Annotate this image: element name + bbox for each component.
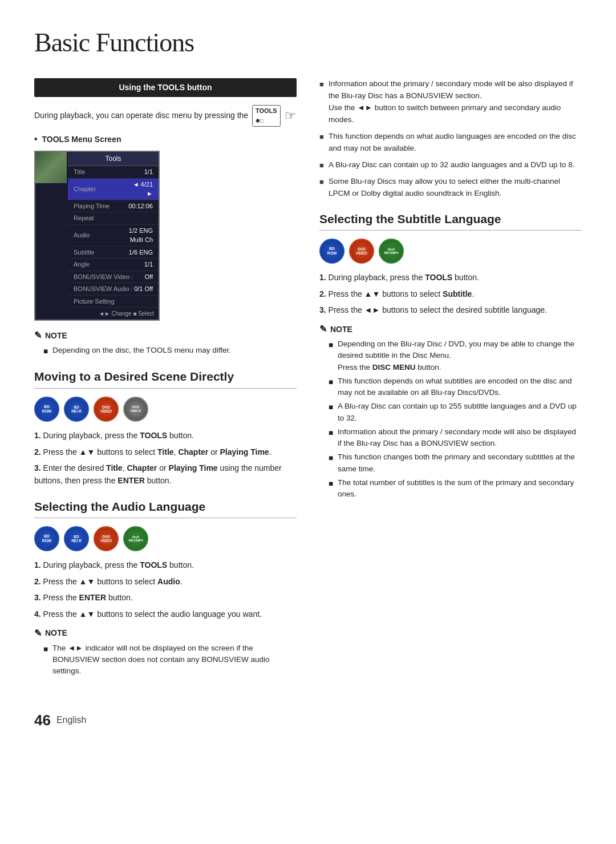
right-bullet-item: ■ A Blu-ray Disc can contain up to 32 au… (319, 159, 582, 171)
section1-steps: 1. During playback, press the TOOLS butt… (34, 430, 297, 487)
disc-badge-bd-rom-3: BDROM (319, 239, 345, 264)
note-item: ■ Depending on the Blu-ray Disc / DVD, y… (329, 338, 582, 373)
table-row: Playing Time 00:12:06 (68, 200, 159, 213)
section1-heading: Moving to a Desired Scene Directly (34, 368, 297, 389)
table-row: Chapter ◄ 4/21 ► (68, 179, 159, 200)
list-item: 2. Press the ▲▼ buttons to select Audio. (34, 576, 297, 588)
table-row: Subtitle 1/6 ENG (68, 247, 159, 259)
note-title-1: ✎ NOTE (34, 329, 297, 342)
note-section-2: ✎ NOTE ■ The ◄► indicator will not be di… (34, 627, 297, 677)
note-item: ■ Information about the primary / second… (329, 426, 582, 450)
section2-steps: 1. During playback, press the TOOLS butt… (34, 559, 297, 621)
tools-menu-title: Tools (68, 152, 159, 166)
right-top-bullets: ■ Information about the primary / second… (319, 78, 582, 200)
tools-menu-screen: Tools Title 1/1 Chapter ◄ 4/21 ► Playing… (34, 151, 160, 321)
list-item: 1. During playback, press the TOOLS butt… (34, 430, 297, 442)
disc-badge-dvd-video-2: DVDVIDEO (94, 526, 119, 551)
disc-badge-divx-3: DivXMKV/MP4 (379, 239, 404, 264)
hand-icon: ☞ (285, 108, 296, 123)
list-item: 3. Press the ENTER button. (34, 592, 297, 604)
right-column: ■ Information about the primary / second… (319, 78, 582, 686)
note-title-3: ✎ NOTE (319, 322, 582, 336)
tools-box-heading: Using the TOOLS button (34, 78, 297, 97)
right-bullet-item: ■ This function depends on what audio la… (319, 131, 582, 155)
tools-intro-text: During playback, you can operate disc me… (34, 111, 248, 120)
list-item: 3. Press the ◄► buttons to select the de… (319, 304, 582, 317)
table-row: Picture Setting (68, 296, 159, 308)
list-item: 2. Press the ▲▼ buttons to select Title,… (34, 446, 297, 459)
page-number: 46 (34, 709, 51, 732)
note-title-2: ✎ NOTE (34, 627, 297, 640)
note-section-3: ✎ NOTE ■ Depending on the Blu-ray Disc /… (319, 322, 582, 500)
list-item: 4. Press the ▲▼ buttons to select the au… (34, 608, 297, 621)
tools-icon-inline: TOOLS✱□ (250, 111, 285, 120)
page-language: English (56, 713, 86, 727)
section3-steps: 1. During playback, press the TOOLS butt… (319, 272, 582, 317)
table-row: Angle 1/1 (68, 259, 159, 271)
table-row: Title 1/1 (68, 166, 159, 179)
section3-heading: Selecting the Subtitle Language (319, 210, 582, 231)
section2-disc-icons: BDROM BDRE/-R DVDVIDEO DivXMKV/MP4 (34, 526, 297, 551)
table-row: Repeat (68, 212, 159, 225)
tools-menu-footer: ◄► Change ■ Select (68, 308, 159, 320)
section2-heading: Selecting the Audio Language (34, 498, 297, 519)
note-item: ■ The total number of subtitles is the s… (329, 477, 582, 500)
table-row: Audio 1/2 ENG Multi Ch (68, 225, 159, 247)
list-item: 1. During playback, press the TOOLS butt… (34, 559, 297, 572)
note-item: ■ A Blu-ray Disc can contain up to 255 s… (329, 401, 582, 424)
note-item: ■ This function depends on what subtitle… (329, 375, 582, 399)
note-icon-1: ✎ (34, 329, 42, 342)
list-item: 3. Enter the desired Title, Chapter or P… (34, 462, 297, 487)
disc-badge-dvd-video: DVDVIDEO (94, 397, 119, 422)
note-item: ■ This function changes both the primary… (329, 451, 582, 475)
section3-disc-icons: BDROM DVDVIDEO DivXMKV/MP4 (319, 239, 582, 264)
disc-badge-bd-re: BDRE/-R (64, 397, 89, 422)
list-item: 2. Press the ▲▼ buttons to select Subtit… (319, 288, 582, 301)
disc-badge-divx-2: DivXMKV/MP4 (123, 526, 148, 551)
note-item: ■ The ◄► indicator will not be displayed… (43, 643, 297, 677)
left-column: Using the TOOLS button During playback, … (34, 78, 297, 686)
tools-intro-para: During playback, you can operate disc me… (34, 105, 297, 127)
right-bullet-item: ■ Information about the primary / second… (319, 78, 582, 126)
disc-badge-dvd-video-3: DVDVIDEO (349, 239, 374, 264)
tools-thumbnail (35, 152, 67, 183)
list-item: 1. During playback, press the TOOLS butt… (319, 272, 582, 284)
disc-badge-dvd-rw: DVDRW/-R (123, 397, 148, 422)
note-item: ■ Depending on the disc, the TOOLS menu … (43, 345, 297, 357)
section1-disc-icons: BDROM BDRE/-R DVDVIDEO DVDRW/-R (34, 397, 297, 422)
disc-badge-bd-rom: BDROM (34, 397, 59, 422)
disc-badge-bd-rom-2: BDROM (34, 526, 59, 551)
right-bullet-item: ■ Some Blu-ray Discs may allow you to se… (319, 176, 582, 200)
table-row: BONUSVIEW Video : Off (68, 271, 159, 284)
note-section-1: ✎ NOTE ■ Depending on the disc, the TOOL… (34, 329, 297, 357)
tools-menu-screen-label: • TOOLS Menu Screen (34, 132, 297, 146)
table-row: BONUSVIEW Audio : 0/1 Off (68, 283, 159, 296)
disc-badge-bd-re-2: BDRE/-R (64, 526, 89, 551)
page-title: Basic Functions (34, 23, 582, 62)
page-footer: 46 English (34, 709, 582, 732)
